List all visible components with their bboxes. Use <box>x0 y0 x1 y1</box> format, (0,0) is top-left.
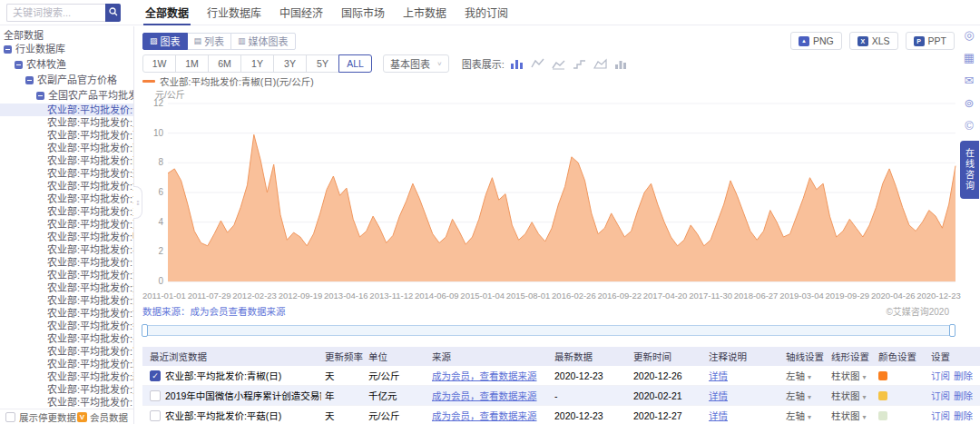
tree-item[interactable]: 农业部:平均批发价:西红柿(日) <box>0 142 133 154</box>
data-source-link[interactable]: 数据来源：成为会员查看数据来源 <box>142 304 286 318</box>
export-ppt-button[interactable]: PPPT <box>906 32 955 50</box>
tree-item[interactable]: 全国农产品平均批发价格:农业 <box>0 88 133 104</box>
svg-text:10: 10 <box>153 128 164 138</box>
row-checkbox[interactable] <box>150 410 161 421</box>
calendar-icon[interactable]: ▦ <box>964 52 975 64</box>
row-name-cell: 农业部:平均批发价:平菇(日) <box>142 409 321 422</box>
bar-chart-icon[interactable] <box>510 57 524 70</box>
axis-select[interactable]: 左轴 ▾ <box>786 409 811 422</box>
online-consult-tab[interactable]: 在线咨询 <box>960 141 979 199</box>
tree-item[interactable]: 农业部:平均批发价:巨峰葡萄(日) <box>0 396 133 409</box>
series-color-chip[interactable] <box>878 411 887 420</box>
tree-item[interactable]: 农业部:平均批发价:大带鱼(日) <box>0 383 133 396</box>
linetype-select[interactable]: 柱状图 ▾ <box>831 409 866 422</box>
tree-item[interactable]: 农业部:平均批发价:羊肉(日) <box>0 243 133 256</box>
tree-item[interactable]: 农业部:平均批发价:活草鱼(日) <box>0 269 133 281</box>
area-line-icon[interactable] <box>552 57 566 70</box>
tree-item[interactable]: 农业部:平均批发价:鸡蛋(日) <box>0 358 133 370</box>
row-checkbox[interactable] <box>150 390 161 401</box>
chart-type-select[interactable]: 基本图表 ˅ <box>383 54 449 73</box>
tree-item[interactable]: 农业部:平均批发价:韭菜(日) <box>0 205 133 218</box>
search-button[interactable] <box>105 4 121 22</box>
nav-tab-我的订阅[interactable]: 我的订阅 <box>456 0 517 25</box>
tree-item[interactable]: 农业部:平均批发价:青椒(日) <box>0 104 133 116</box>
tree-item[interactable]: 农业部:平均批发价:洋白菜(日) <box>0 294 133 307</box>
range-button-1M[interactable]: 1M <box>175 54 209 73</box>
axis-select[interactable]: 左轴 ▾ <box>786 369 811 382</box>
tree-item[interactable]: 农业部:平均批发价:蒜头(日) <box>0 370 133 383</box>
tree-item[interactable]: 农业部:平均批发价:土豆(日) <box>0 116 133 129</box>
view-button-媒体图表[interactable]: ▥媒体图表 <box>230 33 296 50</box>
export-xls-button[interactable]: XXLS <box>849 32 898 50</box>
series-color-chip[interactable] <box>878 371 887 380</box>
series-color-chip[interactable] <box>878 391 887 400</box>
view-button-列表[interactable]: ▤列表 <box>187 33 232 50</box>
nav-tab-中国经济[interactable]: 中国经济 <box>270 0 332 25</box>
view-button-图表[interactable]: ▨图表 <box>142 33 188 50</box>
line-chart-icon[interactable] <box>531 57 545 70</box>
collapse-node-icon[interactable] <box>36 92 44 100</box>
step-line-icon[interactable] <box>573 57 587 70</box>
detail-link[interactable]: 详情 <box>709 389 728 402</box>
tree-item[interactable]: 农业部:平均批发价:富士苹果(日) <box>0 345 133 358</box>
range-button-1Y[interactable]: 1Y <box>240 54 274 73</box>
tree-item[interactable]: 农业部:平均批发价:香菇(日) <box>0 320 133 332</box>
tree-item-label: 农业部:平均批发价:平菇(日) <box>47 332 133 345</box>
area-outline-icon[interactable] <box>593 57 608 70</box>
subscribe-link[interactable]: 订阅 <box>931 369 950 382</box>
message-icon[interactable]: ✉ <box>965 74 975 86</box>
tree-item[interactable]: 农业部:平均批发价:白萝卜(日) <box>0 256 133 269</box>
tree-item[interactable]: 农业部:平均批发价:鸭梨(日) <box>0 231 133 243</box>
tree-item[interactable]: 农业部:平均批发价:大白菜(日) <box>0 180 133 192</box>
nav-tab-行业数据库[interactable]: 行业数据库 <box>198 0 270 25</box>
nav-tab-上市数据[interactable]: 上市数据 <box>394 0 456 25</box>
tree-item[interactable]: 农业部:平均批发价:芹菜(日) <box>0 218 133 231</box>
about-icon[interactable]: © <box>965 120 974 132</box>
tree-item[interactable]: 农业部:平均批发价:西葫芦(日) <box>0 154 133 167</box>
axis-select[interactable]: 左轴 ▾ <box>786 389 811 402</box>
nav-tab-全部数据[interactable]: 全部数据 <box>136 0 198 25</box>
linetype-select[interactable]: 柱状图 ▾ <box>831 389 866 402</box>
tree-item[interactable]: 农业部:平均批发价:平菇(日) <box>0 332 133 345</box>
nav-tab-国际市场[interactable]: 国际市场 <box>332 0 394 25</box>
row-checkbox[interactable]: ✓ <box>150 370 161 381</box>
tree-item[interactable]: 农业部:平均批发价:生菜(日) <box>0 281 133 294</box>
tree-item[interactable]: 农林牧渔 <box>0 57 133 73</box>
member-source-link[interactable]: 成为会员，查看数据来源 <box>432 389 537 402</box>
range-button-5Y[interactable]: 5Y <box>306 54 339 73</box>
search-input[interactable] <box>6 4 105 22</box>
export-png-button[interactable]: ▲PNG <box>790 32 842 50</box>
tree-item[interactable]: 农业部:平均批发价:大葱(日) <box>0 192 133 205</box>
member-source-link[interactable]: 成为会员，查看数据来源 <box>432 369 537 382</box>
range-button-ALL[interactable]: ALL <box>338 54 372 73</box>
range-button-6M[interactable]: 6M <box>208 54 241 73</box>
chart-datazoom-slider[interactable] <box>142 325 955 336</box>
tree-item[interactable]: 农业部:平均批发价:菠菜(日) <box>0 167 133 180</box>
histogram-icon[interactable] <box>614 57 629 70</box>
range-button-1W[interactable]: 1W <box>142 54 176 73</box>
subscribe-link[interactable]: 订阅 <box>931 389 950 402</box>
tree-item[interactable]: 全部数据 <box>0 29 133 42</box>
linetype-select[interactable]: 柱状图 ▾ <box>831 369 866 382</box>
table-row: ✓农业部:平均批发价:青椒(日)天元/公斤成为会员，查看数据来源2020-12-… <box>142 366 980 386</box>
show-stopped-data-checkbox[interactable] <box>5 412 15 422</box>
tree-item[interactable]: 农副产品官方价格 <box>0 73 133 88</box>
datazoom-left-handle[interactable] <box>142 324 148 337</box>
collapse-node-icon[interactable] <box>15 61 23 69</box>
legend-label: 农业部:平均批发价:青椒(日)(元/公斤) <box>160 74 314 88</box>
detail-link[interactable]: 详情 <box>709 409 728 422</box>
tree-item[interactable]: 农业部:平均批发价:油菜(日) <box>0 307 133 320</box>
member-source-link[interactable]: 成为会员，查看数据来源 <box>432 409 537 422</box>
group-icon[interactable]: ⊚ <box>965 97 975 109</box>
datazoom-right-handle[interactable] <box>949 324 956 337</box>
tree-item[interactable]: 行业数据库 <box>0 42 133 57</box>
collapse-node-icon[interactable] <box>25 76 34 84</box>
subscribe-link[interactable]: 订阅 <box>931 409 950 422</box>
tree-item[interactable]: 农业部:平均批发价:莴笋(日) <box>0 129 133 142</box>
chart-legend[interactable]: 农业部:平均批发价:青椒(日)(元/公斤) <box>142 75 980 87</box>
range-button-3Y[interactable]: 3Y <box>273 54 307 73</box>
collapse-node-icon[interactable] <box>4 45 12 54</box>
service-icon[interactable]: ◎ <box>964 29 974 41</box>
sidebar-collapse-handle[interactable]: ⁞⁞ <box>133 186 142 219</box>
detail-link[interactable]: 详情 <box>709 369 728 382</box>
